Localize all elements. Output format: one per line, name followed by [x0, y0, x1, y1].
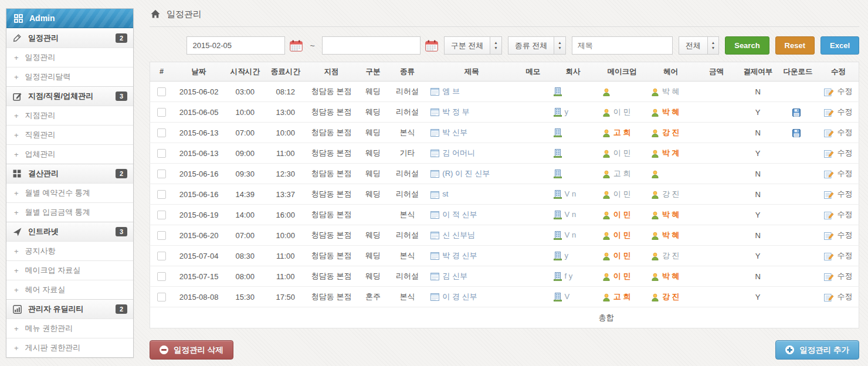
spinner-arrows-icon[interactable]: ▲▼	[554, 37, 565, 54]
makeup-artist-link[interactable]: 이 민	[613, 272, 631, 280]
row-checkbox[interactable]	[157, 293, 166, 301]
sidebar-section[interactable]: 지점/직원/업체관리 3	[6, 86, 133, 106]
category-filter-select[interactable]: 구분 전체 ▲▼	[444, 36, 502, 55]
excel-button[interactable]: Excel	[820, 36, 859, 55]
row-checkbox[interactable]	[157, 231, 166, 240]
sidebar-item[interactable]: + 월별 예약건수 통계	[6, 183, 133, 202]
row-checkbox[interactable]	[157, 211, 166, 219]
schedule-title-link[interactable]: 박 정 부	[442, 107, 469, 116]
schedule-title-link[interactable]: 박 신부	[442, 128, 467, 137]
home-icon[interactable]	[151, 9, 160, 20]
date-to-input[interactable]	[322, 36, 421, 55]
sidebar-section[interactable]: 결산관리 2	[6, 164, 133, 183]
hair-artist-link[interactable]: 강 진	[662, 251, 680, 260]
hair-artist-link[interactable]: 박 혜	[662, 272, 680, 280]
row-checkbox[interactable]	[157, 87, 166, 96]
spinner-arrows-icon[interactable]: ▲▼	[490, 37, 501, 54]
sidebar-item[interactable]: + 업체관리	[6, 144, 133, 164]
hair-artist-link[interactable]: 강 진	[662, 292, 680, 301]
document-icon	[430, 293, 439, 301]
row-checkbox[interactable]	[157, 252, 166, 260]
makeup-artist-link[interactable]: 이 민	[613, 148, 631, 157]
makeup-artist-link[interactable]: 이 민	[613, 231, 631, 239]
kind-filter-select[interactable]: 종류 전체 ▲▼	[508, 36, 566, 55]
edit-link[interactable]: 수정	[824, 107, 852, 116]
makeup-artist-link[interactable]: 이 민	[613, 107, 631, 116]
row-checkbox[interactable]	[157, 170, 166, 178]
floppy-disk-icon[interactable]	[792, 109, 801, 117]
sidebar-item[interactable]: + 게시판 권한관리	[6, 338, 133, 357]
calendar-icon[interactable]	[290, 40, 303, 52]
cell-end-time: 11:00	[265, 143, 306, 164]
add-schedule-button[interactable]: 일정관리 추가	[775, 340, 859, 360]
filter-bar: ~ 구분 전체 ▲▼ 종류 전체 ▲▼ 전체 ▲▼ Search Reset E…	[150, 36, 859, 55]
sidebar-item[interactable]: + 일정관리달력	[6, 67, 133, 86]
edit-link[interactable]: 수정	[824, 210, 852, 219]
edit-link[interactable]: 수정	[824, 148, 852, 157]
date-from-input[interactable]	[187, 36, 285, 55]
sidebar-section[interactable]: 관리자 유딜리티 2	[6, 299, 133, 318]
sidebar-item[interactable]: + 월별 입금금액 통계	[6, 202, 133, 222]
edit-link[interactable]: 수정	[824, 231, 852, 239]
document-icon	[430, 252, 439, 260]
spinner-arrows-icon[interactable]: ▲▼	[707, 37, 718, 54]
schedule-title-link[interactable]: 엠 브	[442, 87, 460, 96]
row-checkbox[interactable]	[157, 149, 166, 158]
row-checkbox[interactable]	[157, 190, 166, 199]
edit-link[interactable]: 수정	[824, 169, 852, 178]
sidebar-item[interactable]: + 일정관리	[6, 48, 133, 67]
makeup-artist-link[interactable]: 이 민	[613, 210, 631, 219]
schedule-title-link[interactable]: 김 신부	[442, 272, 467, 280]
makeup-artist-link[interactable]: 이 민	[613, 189, 631, 198]
delete-schedule-button[interactable]: 일정관리 삭제	[150, 340, 233, 360]
schedule-title-link[interactable]: 박 경 신부	[442, 251, 477, 260]
sidebar-header[interactable]: Admin	[6, 9, 133, 28]
schedule-title-link[interactable]: 신 신부님	[442, 231, 475, 239]
table-row: 2015-06-16 14:39 13:37 청담동 본점 웨딩 리허설 st …	[150, 184, 859, 205]
hair-artist-link[interactable]: 박 혜	[662, 231, 680, 239]
row-checkbox[interactable]	[157, 272, 166, 281]
floppy-disk-icon[interactable]	[792, 129, 801, 137]
sidebar-item[interactable]: + 지점관리	[6, 106, 133, 125]
status-filter-select[interactable]: 전체 ▲▼	[679, 36, 719, 55]
sidebar-section[interactable]: 인트라넷 3	[6, 222, 133, 241]
calendar-icon[interactable]	[425, 40, 438, 52]
hair-artist-link[interactable]: 박 계	[662, 148, 680, 157]
row-checkbox[interactable]	[157, 128, 166, 137]
hair-artist-link[interactable]: 박 혜	[662, 87, 680, 96]
sidebar-item[interactable]: + 공지사항	[6, 241, 133, 260]
hair-artist-link[interactable]: 강 진	[662, 128, 680, 137]
hair-artist-link[interactable]: 강 진	[662, 189, 680, 198]
title-search-input[interactable]	[572, 36, 673, 55]
sidebar-item[interactable]: + 메이크업 자료실	[6, 260, 133, 280]
schedule-title-link[interactable]: (R) 이 진 신부	[442, 169, 490, 178]
edit-link[interactable]: 수정	[824, 251, 852, 260]
schedule-title-link[interactable]: 김 어머니	[442, 148, 475, 157]
makeup-artist-link[interactable]: 고 희	[613, 169, 631, 178]
edit-link[interactable]: 수정	[824, 272, 852, 280]
edit-link[interactable]: 수정	[824, 87, 852, 96]
schedule-title-link[interactable]: st	[442, 189, 448, 198]
hair-artist-link[interactable]: 박 혜	[662, 107, 680, 116]
schedule-title-link[interactable]: 이 적 신부	[442, 210, 477, 219]
cell-kind: 기타	[389, 143, 426, 164]
search-button[interactable]: Search	[725, 36, 769, 55]
plus-icon: +	[14, 53, 19, 62]
document-icon	[430, 109, 439, 116]
sidebar: Admin 일정관리 2 + 일정관리 + 일정관리달력 지점/직원/업체관리 …	[6, 8, 134, 358]
sidebar-item[interactable]: + 헤어 자료실	[6, 280, 133, 299]
makeup-artist-link[interactable]: 고 희	[613, 128, 631, 137]
makeup-artist-link[interactable]: 이 민	[613, 251, 631, 260]
row-checkbox[interactable]	[157, 108, 166, 117]
schedule-title-link[interactable]: 이 경 신부	[442, 292, 477, 301]
edit-link[interactable]: 수정	[824, 292, 852, 301]
edit-link[interactable]: 수정	[824, 128, 852, 137]
sidebar-item[interactable]: + 메뉴 권한관리	[6, 318, 133, 338]
makeup-artist-link[interactable]: 고 희	[613, 292, 631, 301]
hair-artist-link[interactable]: 박 혜	[662, 210, 680, 219]
sidebar-item[interactable]: + 직원관리	[6, 125, 133, 144]
edit-link[interactable]: 수정	[824, 189, 852, 198]
cell-category: 웨딩	[357, 102, 389, 123]
sidebar-section[interactable]: 일정관리 2	[6, 28, 133, 48]
reset-button[interactable]: Reset	[775, 36, 815, 55]
